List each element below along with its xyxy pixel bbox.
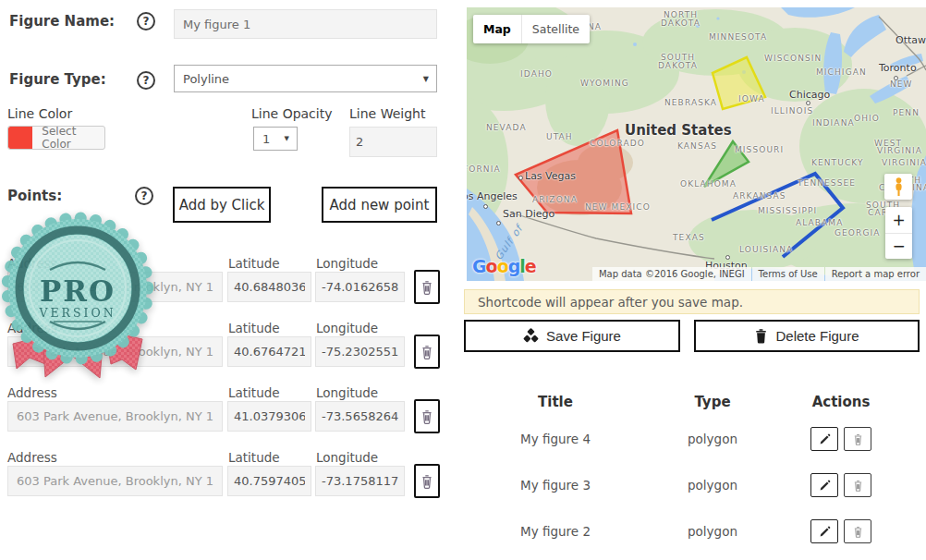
line-weight-input[interactable] [349, 127, 437, 157]
map-type-map-button[interactable]: Map [473, 15, 521, 43]
map-city-label: os Angeles [467, 190, 518, 202]
add-new-point-button[interactable]: Add new point [322, 187, 437, 223]
google-logo[interactable]: Google [472, 256, 536, 276]
figure-title: My figure 2 [467, 524, 644, 539]
point-address-input[interactable] [7, 401, 223, 432]
map-state-label: DAKOTA [658, 61, 698, 70]
map-state-label: VIRGINIA [882, 158, 926, 167]
line-opacity-value: 1 [262, 132, 270, 146]
title-column-header: Title [467, 394, 644, 410]
point-longitude-input[interactable] [315, 272, 405, 302]
latitude-column-label: Latitude [228, 256, 280, 271]
point-latitude-input[interactable] [227, 336, 311, 367]
map-city-dot [518, 176, 523, 180]
zoom-in-button[interactable]: + [885, 207, 912, 234]
figure-type-select[interactable]: Polyline ▼ [174, 65, 437, 92]
trash-icon [853, 526, 863, 538]
google-logo-letter: e [525, 256, 536, 276]
longitude-column-label: Longitude [316, 385, 378, 400]
address-column-label: Address [7, 385, 57, 400]
pencil-icon [819, 480, 831, 492]
map-state-label: NEBRASKA [664, 98, 717, 107]
map-state-label: COLORADO [590, 139, 645, 148]
figures-table-header: Title Type Actions [467, 388, 926, 416]
edit-figure-button[interactable] [810, 427, 838, 451]
google-map[interactable]: MONTANANORTHDAKOTAMINNESOTAWISCONSINMICH… [467, 7, 926, 281]
point-latitude-input[interactable] [227, 401, 311, 432]
trash-icon [420, 345, 433, 359]
save-figure-button[interactable]: Save Figure [464, 320, 680, 352]
line-color-swatch [8, 127, 32, 149]
edit-figure-button[interactable] [810, 519, 838, 543]
line-opacity-select[interactable]: 1 ▼ [253, 127, 298, 151]
figure-title: My figure 4 [467, 432, 644, 446]
figure-type-value: Polyline [183, 72, 229, 86]
zoom-out-button[interactable]: − [885, 234, 912, 260]
map-state-label: ARKANSAS [733, 191, 786, 201]
map-type-control: Map Satellite [473, 15, 590, 43]
pencil-icon [819, 526, 831, 538]
map-city-label: San Diego [503, 208, 554, 220]
point-longitude-input[interactable] [315, 401, 405, 432]
map-state-label: OHIO [854, 114, 880, 123]
map-state-label: OKLAHOMA [680, 179, 737, 189]
figure-table-row: My figure 3 polygon [467, 462, 926, 508]
edit-figure-button[interactable] [810, 473, 838, 497]
trash-icon [420, 474, 433, 489]
delete-point-button[interactable] [414, 464, 440, 498]
map-state-label: PENN [893, 108, 920, 117]
trash-icon [754, 328, 768, 344]
map-state-label: WYOMING [580, 79, 629, 88]
figure-type-help-icon[interactable]: ? [137, 71, 155, 90]
longitude-column-label: Longitude [316, 450, 378, 465]
map-city-label: Ottaw [896, 34, 926, 46]
select-color-button[interactable]: Select Color [7, 126, 105, 150]
map-city-label: Las Vegas [525, 170, 576, 182]
figure-name-input[interactable] [174, 9, 437, 39]
chevron-down-icon: ▼ [285, 135, 289, 142]
delete-point-button[interactable] [414, 335, 440, 369]
figure-table-row: My figure 2 polygon [467, 508, 926, 554]
point-longitude-input[interactable] [315, 466, 405, 496]
line-opacity-label: Line Opacity [251, 106, 332, 121]
points-help-icon[interactable]: ? [135, 187, 153, 205]
map-city-dot [496, 221, 501, 225]
add-by-click-button[interactable]: Add by Click [173, 187, 271, 223]
terms-of-use-link[interactable]: Terms of Use [752, 267, 824, 281]
point-address-input[interactable] [7, 272, 223, 302]
map-state-label: NEW MEXICO [585, 202, 651, 212]
delete-figure-row-button[interactable] [844, 427, 871, 451]
map-state-label: MISSISSIPPI [758, 206, 817, 215]
actions-column-header: Actions [781, 394, 901, 410]
shortcode-notice: Shortcode will appear after you save map… [464, 289, 920, 314]
figure-title: My figure 3 [467, 478, 644, 493]
type-column-header: Type [644, 394, 781, 410]
point-latitude-input[interactable] [227, 272, 311, 302]
map-state-label: IDAHO [520, 69, 553, 79]
map-type-satellite-button[interactable]: Satellite [521, 15, 590, 43]
figure-type-label: Figure Type: [9, 71, 106, 88]
map-state-label: TEXAS [673, 233, 705, 242]
figure-name-help-icon[interactable]: ? [137, 12, 155, 30]
map-city-label: Toronto [879, 62, 917, 74]
line-color-label: Line Color [7, 106, 72, 121]
map-state-label: NEW [890, 79, 913, 89]
delete-figure-row-button[interactable] [844, 473, 871, 497]
point-address-input[interactable] [7, 466, 223, 496]
map-city-label: Chicago [789, 89, 830, 101]
point-longitude-input[interactable] [315, 336, 405, 367]
map-state-label: INDIANA [812, 118, 855, 128]
pegman-control[interactable] [884, 174, 912, 200]
map-state-label: ILLINOIS [771, 106, 813, 116]
point-latitude-input[interactable] [227, 466, 311, 496]
point-address-input[interactable] [7, 336, 223, 367]
latitude-column-label: Latitude [228, 385, 280, 400]
delete-point-button[interactable] [414, 270, 440, 304]
trash-icon [420, 280, 433, 295]
delete-figure-button[interactable]: Delete Figure [694, 320, 920, 352]
delete-point-button[interactable] [414, 399, 440, 433]
chevron-down-icon: ▼ [423, 75, 429, 83]
report-map-error-link[interactable]: Report a map error [825, 267, 926, 281]
delete-figure-row-button[interactable] [844, 519, 871, 543]
pegman-icon [893, 177, 905, 197]
